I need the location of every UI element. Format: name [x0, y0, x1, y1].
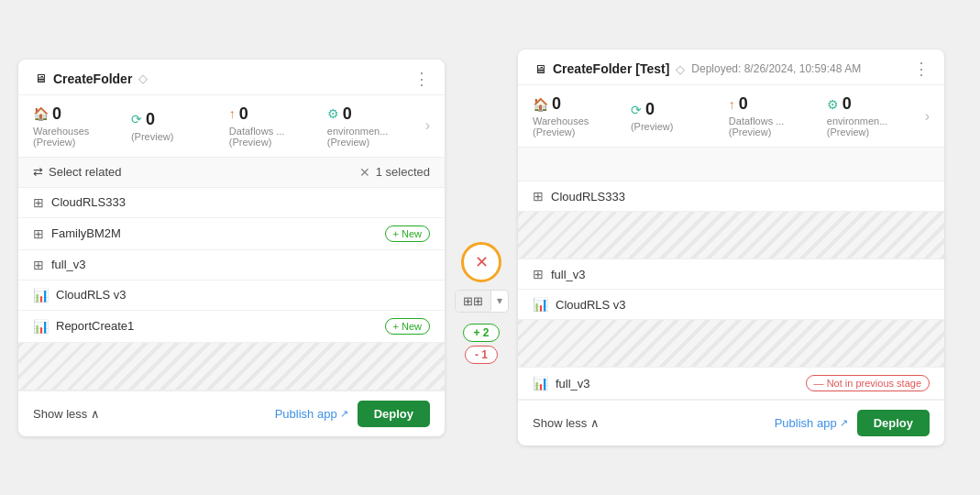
left-metric-dataflows[interactable]: ↑ 0 Dataflows ...(Preview) — [229, 104, 327, 148]
left-metrics-row: 🏠 0 Warehouses(Preview) ⟳ 0 (Preview) ↑ … — [18, 95, 445, 158]
publish-app-label-right: Publish app — [775, 416, 837, 430]
left-card: 🖥 CreateFolder ◇ ⋮ 🏠 0 Warehouses(Previe… — [18, 60, 445, 436]
deselect-icon[interactable]: ✕ — [359, 165, 370, 180]
toggle-grid-icon[interactable]: ⊞⊞ — [456, 291, 490, 312]
dataflow-icon: ↑ — [229, 106, 236, 121]
item-left: ⊞ full_v3 — [33, 258, 86, 272]
right-card-footer: Show less ∧ Publish app ↗ Deploy — [518, 400, 944, 446]
toggle-chevron-icon[interactable]: ▾ — [490, 291, 508, 311]
list-item[interactable]: 📊 CloudRLS v3 — [18, 280, 445, 311]
new-badge: + New — [385, 318, 431, 335]
item-name: full_v3 — [551, 268, 586, 281]
warehouse-icon: 🏠 — [33, 106, 49, 121]
list-item[interactable]: ⊞ CloudRLS333 — [518, 182, 944, 212]
item-left: ⊞ full_v3 — [533, 267, 586, 281]
sync-x-icon: ✕ — [475, 252, 489, 272]
list-item[interactable]: ⊞ FamilyBM2M + New — [18, 218, 445, 250]
chart-icon: 📊 — [533, 376, 548, 390]
right-metric-warehouses[interactable]: 🏠 0 Warehouses(Preview) — [533, 94, 631, 138]
left-metric-dataflows-label: Dataflows ...(Preview) — [229, 126, 285, 148]
right-metrics-chevron[interactable]: › — [925, 108, 930, 125]
select-related-right: ✕ 1 selected — [359, 165, 430, 180]
item-left: ⊞ FamilyBM2M — [33, 226, 121, 241]
left-items-list: ⊞ CloudRLS333 ⊞ FamilyBM2M + New ⊞ full_… — [18, 188, 445, 390]
left-more-icon[interactable]: ⋮ — [413, 71, 430, 87]
preview-icon-r: ⟳ — [631, 103, 642, 117]
monitor-icon: 🖥 — [33, 72, 48, 86]
table-icon: ⊞ — [33, 226, 44, 241]
hatch-pattern-r2 — [518, 320, 944, 368]
left-metric-preview-label: (Preview) — [131, 131, 173, 142]
gem-icon-right: ◇ — [675, 63, 686, 74]
footer-right-right: Publish app ↗ Deploy — [775, 410, 930, 436]
hatch-pattern-r1 — [518, 212, 944, 259]
gem-icon-left: ◇ — [138, 73, 149, 84]
item-left: ⊞ CloudRLS333 — [33, 195, 126, 210]
list-item[interactable]: ⊞ CloudRLS333 — [18, 188, 445, 218]
left-metric-warehouses-num: 0 — [52, 104, 61, 124]
left-metric-warehouses[interactable]: 🏠 0 Warehouses(Preview) — [33, 104, 131, 148]
select-related-left: ⇄ Select related — [33, 165, 122, 179]
right-metric-env[interactable]: ⚙ 0 environmen...(Preview) — [827, 94, 925, 138]
list-item[interactable]: 📊 full_v3 — Not in previous stage — [518, 368, 944, 400]
main-container: 🖥 CreateFolder ◇ ⋮ 🏠 0 Warehouses(Previe… — [0, 31, 980, 464]
deploy-button[interactable]: Deploy — [358, 401, 430, 427]
item-name: full_v3 — [51, 258, 86, 271]
list-item[interactable]: ⊞ full_v3 — [518, 259, 944, 290]
new-badge: + New — [385, 226, 431, 242]
show-less-label-right: Show less — [533, 416, 587, 430]
show-less-button-right[interactable]: Show less ∧ — [533, 416, 600, 430]
item-name: ReportCreate1 — [56, 319, 134, 333]
publish-app-link-right[interactable]: Publish app ↗ — [775, 416, 848, 430]
right-card-header: 🖥 CreateFolder [Test] ◇ Deployed: 8/26/2… — [518, 50, 944, 85]
item-left: 📊 ReportCreate1 — [33, 319, 134, 334]
right-empty-bar — [518, 148, 944, 182]
right-more-icon[interactable]: ⋮ — [913, 60, 930, 77]
chevron-up-icon-right: ∧ — [590, 416, 600, 430]
item-left: 📊 CloudRLS v3 — [33, 288, 127, 302]
publish-app-link[interactable]: Publish app ↗ — [275, 407, 348, 421]
right-title-row: 🖥 CreateFolder [Test] ◇ Deployed: 8/26/2… — [533, 61, 861, 76]
left-card-footer: Show less ∧ Publish app ↗ Deploy — [18, 390, 445, 436]
show-less-button[interactable]: Show less ∧ — [33, 407, 100, 421]
deployed-label: Deployed: 8/26/2024, 10:59:48 AM — [691, 62, 861, 75]
left-metric-dataflows-num: 0 — [239, 104, 248, 124]
chart-icon: 📊 — [33, 288, 49, 302]
publish-app-label: Publish app — [275, 407, 337, 421]
share-icon: ↗ — [340, 408, 348, 420]
right-metric-env-num: 0 — [842, 94, 852, 114]
select-related-label: Select related — [49, 165, 122, 179]
select-related-bar: ⇄ Select related ✕ 1 selected — [18, 158, 445, 188]
item-name: FamilyBM2M — [51, 226, 121, 240]
right-metric-dataflows[interactable]: ↑ 0 Dataflows ...(Preview) — [729, 94, 827, 138]
monitor-icon-right: 🖥 — [533, 61, 547, 76]
item-name: CloudRLS333 — [551, 190, 625, 204]
view-toggle[interactable]: ⊞⊞ ▾ — [455, 290, 509, 313]
table-icon: ⊞ — [33, 195, 44, 210]
item-name: CloudRLS333 — [51, 195, 126, 209]
left-metric-preview[interactable]: ⟳ 0 (Preview) — [131, 110, 229, 142]
preview-icon: ⟳ — [131, 112, 142, 126]
chevron-up-icon: ∧ — [91, 407, 100, 421]
list-item[interactable]: 📊 ReportCreate1 + New — [18, 311, 445, 343]
list-item[interactable]: 📊 CloudRLS v3 — [518, 290, 944, 320]
left-metric-env-label: environmen...(Preview) — [327, 126, 389, 148]
env-icon: ⚙ — [327, 106, 339, 121]
right-metric-preview[interactable]: ⟳ 0 (Preview) — [631, 100, 729, 132]
left-card-header: 🖥 CreateFolder ◇ ⋮ — [18, 60, 445, 95]
table-icon: ⊞ — [533, 267, 544, 281]
diff-add-badge: + 2 — [463, 324, 499, 342]
left-metrics-chevron[interactable]: › — [425, 117, 430, 134]
left-title-row: 🖥 CreateFolder ◇ — [33, 72, 149, 86]
list-item[interactable]: ⊞ full_v3 — [18, 250, 445, 280]
right-metric-warehouses-num: 0 — [552, 94, 561, 114]
chart-icon: 📊 — [33, 319, 49, 334]
chart-icon: 📊 — [533, 297, 548, 312]
right-metric-dataflows-label: Dataflows ...(Preview) — [729, 116, 785, 138]
diff-remove-badge: - 1 — [465, 346, 498, 364]
deploy-button-right[interactable]: Deploy — [857, 410, 930, 436]
dataflow-icon-r: ↑ — [729, 97, 735, 112]
selected-count: 1 selected — [376, 165, 430, 179]
item-name: full_v3 — [556, 377, 590, 390]
left-metric-env[interactable]: ⚙ 0 environmen...(Preview) — [327, 104, 425, 148]
